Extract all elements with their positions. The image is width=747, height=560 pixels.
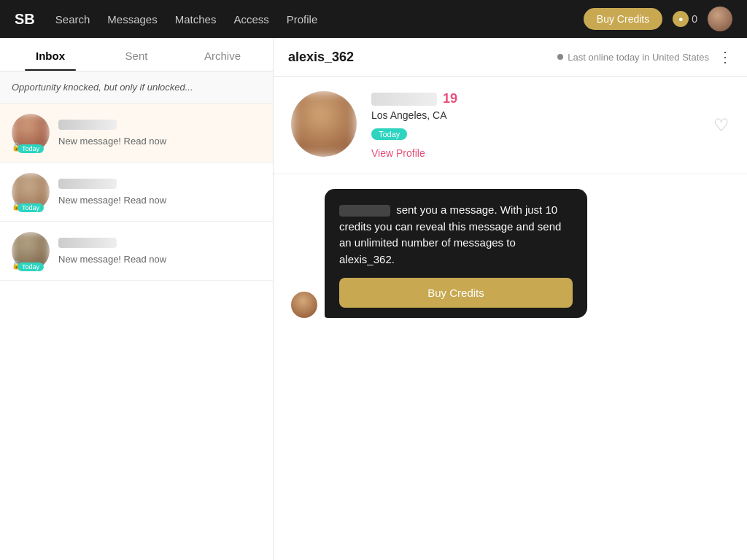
nav-search[interactable]: Search	[55, 13, 90, 26]
message-username	[58, 179, 117, 189]
tab-sent[interactable]: Sent	[93, 38, 179, 71]
more-options-icon[interactable]: ⋮	[718, 48, 732, 66]
unlock-message-bubble: sent you a message. With just 10 credits…	[325, 189, 587, 318]
unlock-message-text: sent you a message. With just 10 credits…	[339, 202, 573, 268]
today-badge: Today	[18, 203, 44, 212]
profile-location: Los Angeles, CA	[371, 109, 699, 121]
today-badge: Today	[18, 144, 44, 153]
sidebar-banner: Opportunity knocked, but only if unlocke…	[0, 71, 273, 104]
avatar-wrap: 🔒 Today	[12, 114, 50, 152]
message-preview: New message! Read now	[58, 136, 261, 147]
message-row: sent you a message. With just 10 credits…	[291, 189, 729, 318]
logo: SB	[15, 11, 35, 28]
sidebar: Inbox Sent Archive Opportunity knocked, …	[0, 38, 274, 560]
user-avatar-nav[interactable]	[708, 7, 732, 31]
profile-today-badge: Today	[371, 128, 407, 140]
nav-messages[interactable]: Messages	[107, 13, 157, 26]
chat-body: sent you a message. With just 10 credits…	[274, 174, 747, 560]
tab-inbox[interactable]: Inbox	[7, 38, 93, 71]
buy-credits-nav-button[interactable]: Buy Credits	[584, 8, 662, 30]
message-sender-avatar	[291, 292, 317, 318]
credits-display: ● 0	[673, 11, 697, 27]
navbar: SB Search Messages Matches Access Profil…	[0, 0, 747, 38]
nav-right: Buy Credits ● 0	[584, 7, 732, 31]
sidebar-tabs: Inbox Sent Archive	[0, 38, 273, 71]
tab-archive[interactable]: Archive	[179, 38, 266, 71]
nav-access[interactable]: Access	[233, 13, 268, 26]
list-item[interactable]: 🔒 Today New message! Read now	[0, 163, 273, 222]
view-profile-link[interactable]: View Profile	[371, 147, 699, 159]
list-item[interactable]: 🔒 Today New message! Read now	[0, 104, 273, 163]
profile-avatar	[291, 91, 357, 157]
chat-header: alexis_362 Last online today in United S…	[274, 38, 747, 77]
sidebar-list: 🔒 Today New message! Read now 🔒 Today	[0, 104, 273, 560]
message-info: New message! Read now	[58, 120, 261, 147]
credits-count: 0	[692, 13, 697, 25]
message-info: New message! Read now	[58, 238, 261, 265]
sender-username-blurred	[339, 205, 390, 217]
list-item[interactable]: 🔒 Today New message! Read now	[0, 222, 273, 281]
profile-info: 19 Los Angeles, CA Today View Profile	[371, 91, 699, 159]
unlock-target-name: alexis_362.	[339, 253, 395, 265]
today-badge: Today	[18, 262, 44, 271]
nav-profile[interactable]: Profile	[287, 13, 318, 26]
profile-age: 19	[443, 91, 457, 106]
message-username	[58, 238, 117, 248]
coin-icon: ●	[673, 11, 689, 27]
buy-credits-bubble-button[interactable]: Buy Credits	[339, 278, 573, 308]
profile-card: 19 Los Angeles, CA Today View Profile ♡	[274, 77, 747, 174]
avatar-wrap: 🔒 Today	[12, 173, 50, 211]
nav-links: Search Messages Matches Access Profile	[55, 13, 584, 26]
online-dot	[557, 54, 563, 60]
chat-username: alexis_362	[288, 50, 549, 65]
message-username	[58, 120, 117, 130]
online-status-text: Last online today in United States	[568, 52, 709, 63]
favorite-button[interactable]: ♡	[713, 115, 729, 136]
profile-name-blurred	[371, 93, 437, 106]
main-layout: Inbox Sent Archive Opportunity knocked, …	[0, 38, 747, 560]
message-preview: New message! Read now	[58, 254, 261, 265]
chat-area: alexis_362 Last online today in United S…	[274, 38, 747, 560]
nav-matches[interactable]: Matches	[175, 13, 217, 26]
message-preview: New message! Read now	[58, 195, 261, 206]
avatar-wrap: 🔒 Today	[12, 232, 50, 270]
online-status: Last online today in United States	[557, 52, 709, 63]
message-info: New message! Read now	[58, 179, 261, 206]
profile-name-row: 19	[371, 91, 699, 106]
